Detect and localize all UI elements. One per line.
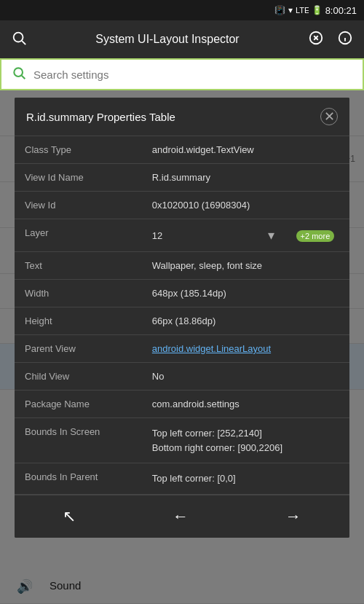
table-row: Package Name com.android.settings bbox=[15, 391, 349, 418]
vibrate-icon: 📳 bbox=[274, 5, 285, 15]
table-row: Class Type android.widget.TextView bbox=[15, 136, 349, 164]
prop-val: R.id.summary bbox=[142, 164, 285, 192]
status-icons: 📳 ▾ LTE 🔋 8:00:21 bbox=[274, 4, 357, 17]
nav-forward-button[interactable]: → bbox=[271, 503, 316, 530]
modal-header: R.id.summary Properties Table ✕ bbox=[15, 98, 349, 136]
nav-back-button[interactable]: ← bbox=[158, 503, 203, 530]
table-row: Bounds In Screen Top left corner: [252,2… bbox=[15, 418, 349, 463]
svg-line-10 bbox=[22, 75, 25, 79]
status-time: 8:00:21 bbox=[325, 5, 357, 16]
properties-table: Class Type android.widget.TextView View … bbox=[15, 136, 349, 495]
prop-val: Wallpaper, sleep, font size bbox=[142, 252, 349, 280]
modal-close-button[interactable]: ✕ bbox=[320, 108, 338, 125]
lte-icon: LTE bbox=[296, 4, 309, 17]
properties-modal: R.id.summary Properties Table ✕ Class Ty… bbox=[15, 98, 349, 538]
table-row: Parent View android.widget.LinearLayout bbox=[15, 335, 349, 363]
svg-line-2 bbox=[22, 41, 25, 44]
prop-key: Height bbox=[15, 307, 142, 335]
prop-key: Package Name bbox=[15, 391, 142, 418]
info-icon[interactable] bbox=[335, 30, 355, 50]
prop-key: Bounds In Screen bbox=[15, 418, 142, 463]
table-row: Width 648px (185.14dp) bbox=[15, 280, 349, 307]
table-row: View Id 0x1020010 (16908304) bbox=[15, 192, 349, 219]
search-input[interactable] bbox=[33, 68, 352, 81]
prop-val: Top left corner: [252,2140]Bottom right … bbox=[142, 418, 349, 463]
svg-point-9 bbox=[14, 68, 23, 77]
app-bar: System UI-Layout Inspector bbox=[0, 20, 364, 58]
prop-key: View Id bbox=[15, 192, 142, 219]
close-icon[interactable] bbox=[306, 30, 326, 50]
prop-val: com.android.settings bbox=[142, 391, 349, 418]
prop-val: 648px (185.14dp) bbox=[142, 280, 349, 307]
table-row: Layer 12 ▾ +2 more bbox=[15, 219, 349, 252]
prop-val-link[interactable]: android.widget.LinearLayout bbox=[142, 335, 349, 363]
more-badge-cell: +2 more bbox=[285, 219, 349, 252]
more-badge: +2 more bbox=[296, 230, 335, 242]
search-bar[interactable] bbox=[0, 58, 364, 90]
battery-icon: 🔋 bbox=[312, 5, 323, 15]
svg-text:LTE: LTE bbox=[296, 6, 309, 15]
table-row: Child View No bbox=[15, 363, 349, 391]
layer-value: 12 bbox=[152, 230, 162, 241]
app-bar-title: System UI-Layout Inspector bbox=[38, 33, 297, 46]
prop-val: android.widget.TextView bbox=[142, 136, 285, 164]
modal-overlay: R.id.summary Properties Table ✕ Class Ty… bbox=[0, 90, 364, 604]
table-row: Height 66px (18.86dp) bbox=[15, 307, 349, 335]
prop-key: Child View bbox=[15, 363, 142, 391]
table-row: Text Wallpaper, sleep, font size bbox=[15, 252, 349, 280]
wifi-icon: ▾ bbox=[288, 5, 293, 15]
prop-val: Top left corner: [0,0] bbox=[142, 463, 349, 495]
prop-key: Text bbox=[15, 252, 142, 280]
prop-key: Class Type bbox=[15, 136, 142, 164]
prop-val: 66px (18.86dp) bbox=[142, 307, 349, 335]
prop-key: Layer bbox=[15, 219, 142, 252]
prop-val: No bbox=[142, 363, 349, 391]
prop-key: Bounds In Parent bbox=[15, 463, 142, 495]
svg-point-1 bbox=[14, 32, 23, 42]
search-bar-icon bbox=[12, 66, 26, 84]
modal-bottom-nav: ↖ ← → bbox=[15, 495, 349, 538]
expand-icon: ▾ bbox=[268, 227, 274, 243]
status-bar: 📳 ▾ LTE 🔋 8:00:21 bbox=[0, 0, 364, 20]
prop-key: Width bbox=[15, 280, 142, 307]
table-row: Bounds In Parent Top left corner: [0,0] bbox=[15, 463, 349, 495]
prop-val: 12 ▾ bbox=[142, 219, 285, 252]
modal-title: R.id.summary Properties Table bbox=[26, 111, 175, 123]
search-icon[interactable] bbox=[9, 30, 29, 50]
prop-key: Parent View bbox=[15, 335, 142, 363]
table-row: View Id Name R.id.summary bbox=[15, 164, 349, 192]
prop-key: View Id Name bbox=[15, 164, 142, 192]
nav-corner-button[interactable]: ↖ bbox=[48, 503, 90, 530]
prop-val: 0x1020010 (16908304) bbox=[142, 192, 285, 219]
